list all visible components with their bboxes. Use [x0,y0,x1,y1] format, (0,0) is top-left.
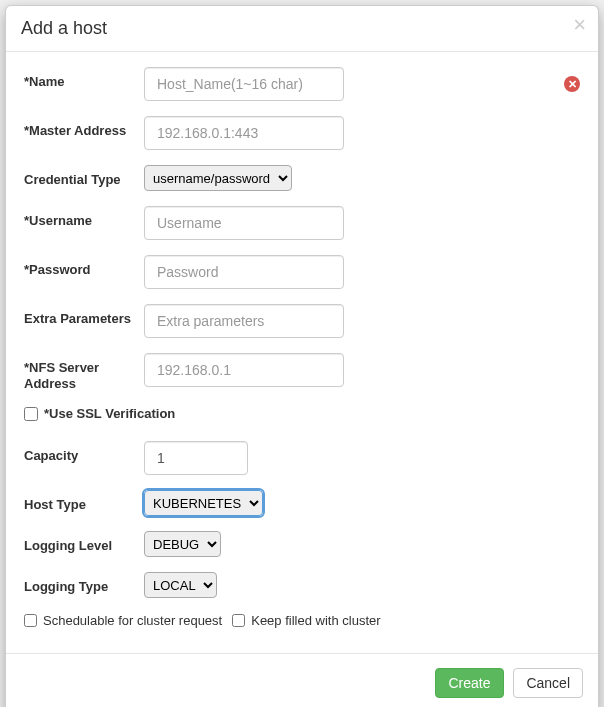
username-label: *Username [24,206,144,229]
modal-footer: Create Cancel [6,653,598,707]
logging-type-select[interactable]: LOCAL [144,572,217,598]
row-credential-type: Credential Type username/password [24,165,580,191]
host-type-select[interactable]: KUBERNETES [144,490,263,516]
row-ssl-verify: *Use SSL Verification [24,406,580,421]
nfs-server-label: *NFS Server Address [24,353,144,391]
extra-params-label: Extra Parameters [24,304,144,327]
name-input[interactable] [144,67,344,101]
row-cluster-options: Schedulable for cluster request Keep fil… [24,613,580,628]
create-button[interactable]: Create [435,668,503,698]
row-logging-type: Logging Type LOCAL [24,572,580,598]
master-address-input[interactable] [144,116,344,150]
capacity-label: Capacity [24,441,144,464]
row-username: *Username [24,206,580,240]
row-logging-level: Logging Level DEBUG [24,531,580,557]
name-label: *Name [24,67,144,90]
row-name: *Name ✕ [24,67,580,101]
add-host-modal: Add a host × *Name ✕ *Master Address Cre… [5,5,599,707]
logging-type-label: Logging Type [24,572,144,595]
credential-type-select[interactable]: username/password [144,165,292,191]
capacity-input[interactable] [144,441,248,475]
schedulable-wrap: Schedulable for cluster request [24,613,222,628]
schedulable-checkbox[interactable] [24,614,37,627]
cancel-button[interactable]: Cancel [513,668,583,698]
modal-header: Add a host × [6,6,598,52]
keep-filled-checkbox[interactable] [232,614,245,627]
host-type-label: Host Type [24,490,144,513]
row-host-type: Host Type KUBERNETES [24,490,580,516]
ssl-verify-label: *Use SSL Verification [44,406,175,421]
modal-body: *Name ✕ *Master Address Credential Type … [6,52,598,653]
keep-filled-label: Keep filled with cluster [251,613,380,628]
modal-title: Add a host [21,18,583,39]
username-input[interactable] [144,206,344,240]
row-nfs-server: *NFS Server Address [24,353,580,391]
schedulable-label: Schedulable for cluster request [43,613,222,628]
nfs-server-input[interactable] [144,353,344,387]
row-extra-params: Extra Parameters [24,304,580,338]
close-button[interactable]: × [573,12,586,38]
extra-params-input[interactable] [144,304,344,338]
logging-level-select[interactable]: DEBUG [144,531,221,557]
row-master-address: *Master Address [24,116,580,150]
error-icon: ✕ [564,76,580,92]
logging-level-label: Logging Level [24,531,144,554]
keep-filled-wrap: Keep filled with cluster [232,613,380,628]
row-capacity: Capacity [24,441,580,475]
master-address-label: *Master Address [24,116,144,139]
password-label: *Password [24,255,144,278]
ssl-verify-checkbox[interactable] [24,407,38,421]
credential-type-label: Credential Type [24,165,144,188]
password-input[interactable] [144,255,344,289]
row-password: *Password [24,255,580,289]
